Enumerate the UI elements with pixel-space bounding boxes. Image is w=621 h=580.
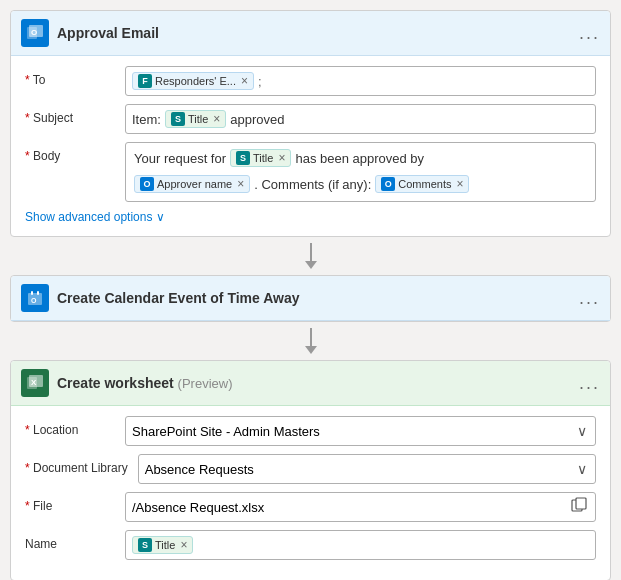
create-worksheet-card: X Create worksheet (Preview) ... * Locat… [10,360,611,580]
svg-rect-5 [37,291,39,295]
to-tag-responders-text: Responders' E... [155,75,236,87]
body-tag-approver[interactable]: O Approver name × [134,175,250,193]
arrow-line-1 [310,243,312,261]
approval-email-body: * To F Responders' E... × ; * Subject It… [11,56,610,236]
arrow-head-2 [305,346,317,354]
body-label: * Body [25,142,115,163]
chevron-down-icon: ∨ [156,210,165,224]
svg-text:O: O [31,28,37,37]
body-tag-comments-close[interactable]: × [456,177,463,191]
worksheet-preview-label: (Preview) [178,376,233,391]
body-text-2: has been approved by [295,151,424,166]
svg-rect-4 [31,291,33,295]
body-tag-comments-text: Comments [398,178,451,190]
location-dropdown-arrow: ∨ [577,423,587,439]
to-label: * To [25,66,115,87]
svg-rect-10 [572,500,582,511]
body-field-row: * Body Your request for S Title × has be… [25,142,596,202]
document-library-field-row: * Document Library Absence Requests ∨ [25,454,596,484]
body-text-3: . Comments (if any): [254,177,371,192]
excel-icon: X [21,369,49,397]
name-input[interactable]: S Title × [125,530,596,560]
location-label: * Location [25,416,115,437]
connector-1 [10,237,611,275]
calendar-event-card: O Create Calendar Event of Time Away ... [10,275,611,322]
arrow-down-2 [305,328,317,354]
to-input[interactable]: F Responders' E... × ; [125,66,596,96]
location-input[interactable]: SharePoint Site - Admin Masters ∨ [125,416,596,446]
arrow-head-1 [305,261,317,269]
approval-email-menu[interactable]: ... [579,23,600,44]
body-tag-title-close[interactable]: × [278,151,285,165]
name-label: Name [25,530,115,551]
calendar-outlook-icon: O [21,284,49,312]
create-worksheet-menu[interactable]: ... [579,373,600,394]
svg-rect-11 [576,498,586,509]
body-line-2: O Approver name × . Comments (if any): O… [134,175,587,193]
subject-approved-text: approved [230,112,284,127]
sharepoint-icon-body: S [236,151,250,165]
calendar-event-menu[interactable]: ... [579,288,600,309]
subject-label: * Subject [25,104,115,125]
svg-text:X: X [31,378,37,387]
outlook-icon-comments: O [381,177,395,191]
approval-email-header: O Approval Email ... [11,11,610,56]
to-tag-responders-close[interactable]: × [241,74,248,88]
subject-field-row: * Subject Item: S Title × approved [25,104,596,134]
file-input[interactable]: /Absence Request.xlsx [125,492,596,522]
connector-2 [10,322,611,360]
arrow-down-1 [305,243,317,269]
name-tag-title-close[interactable]: × [180,538,187,552]
arrow-line-2 [310,328,312,346]
calendar-event-title: Create Calendar Event of Time Away [57,290,571,306]
to-semicolon: ; [258,74,262,89]
document-library-value: Absence Requests [145,462,254,477]
worksheet-title-text: Create worksheet [57,375,174,391]
body-tag-title-text: Title [253,152,273,164]
show-advanced-link[interactable]: Show advanced options ∨ [25,210,596,224]
location-field-row: * Location SharePoint Site - Admin Maste… [25,416,596,446]
document-library-dropdown-arrow: ∨ [577,461,587,477]
approval-email-card: O Approval Email ... * To F Responders' … [10,10,611,237]
location-value: SharePoint Site - Admin Masters [132,424,320,439]
document-library-input[interactable]: Absence Requests ∨ [138,454,596,484]
outlook-icon-approver: O [140,177,154,191]
show-advanced-text: Show advanced options [25,210,152,224]
outlook-icon: O [21,19,49,47]
form-icon: F [138,74,152,88]
to-tag-responders[interactable]: F Responders' E... × [132,72,254,90]
sharepoint-icon-name: S [138,538,152,552]
name-tag-title-text: Title [155,539,175,551]
body-tag-approver-close[interactable]: × [237,177,244,191]
body-tag-title[interactable]: S Title × [230,149,291,167]
document-library-label: * Document Library [25,454,128,475]
file-value: /Absence Request.xlsx [132,500,264,515]
calendar-event-header: O Create Calendar Event of Time Away ... [11,276,610,321]
create-worksheet-title: Create worksheet (Preview) [57,375,571,391]
approval-email-title: Approval Email [57,25,571,41]
to-field-row: * To F Responders' E... × ; [25,66,596,96]
body-line-1: Your request for S Title × has been appr… [134,149,587,167]
subject-input[interactable]: Item: S Title × approved [125,104,596,134]
subject-tag-title-text: Title [188,113,208,125]
subject-item-text: Item: [132,112,161,127]
subject-tag-title[interactable]: S Title × [165,110,226,128]
create-worksheet-body: * Location SharePoint Site - Admin Maste… [11,406,610,580]
name-tag-title[interactable]: S Title × [132,536,193,554]
file-label: * File [25,492,115,513]
body-tag-comments[interactable]: O Comments × [375,175,469,193]
svg-text:O: O [31,297,37,304]
create-worksheet-header: X Create worksheet (Preview) ... [11,361,610,406]
body-input[interactable]: Your request for S Title × has been appr… [125,142,596,202]
file-field-row: * File /Absence Request.xlsx [25,492,596,522]
file-browse-icon [571,497,587,517]
sharepoint-icon-subject: S [171,112,185,126]
body-tag-approver-text: Approver name [157,178,232,190]
subject-tag-title-close[interactable]: × [213,112,220,126]
body-text-1: Your request for [134,151,226,166]
name-field-row: Name S Title × [25,530,596,560]
